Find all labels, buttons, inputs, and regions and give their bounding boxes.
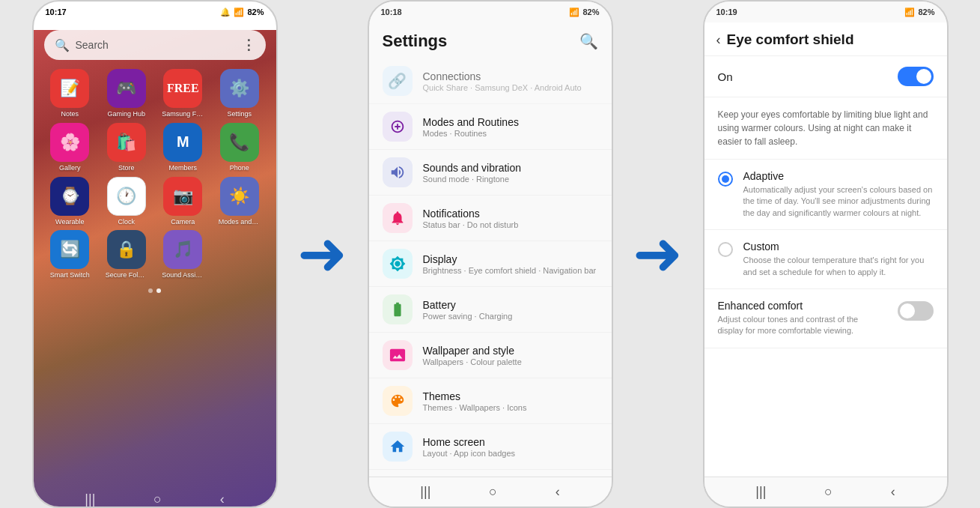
settings-search-icon[interactable]: 🔍: [579, 32, 598, 50]
themes-text: Themes Themes · Wallpapers · Icons: [423, 390, 598, 412]
home-background: 🔍 Search ⋮ 📝 Notes 🎮 Gaming Hub FREE Sam…: [34, 30, 276, 508]
app-icon-notes: 📝: [50, 69, 89, 108]
wallpaper-text: Wallpaper and style Wallpapers · Colour …: [423, 345, 598, 366]
signal-icon-1: 📶: [234, 7, 244, 17]
adaptive-radio[interactable]: [718, 172, 733, 187]
app-modes[interactable]: ☀️ Modes and Rout...: [213, 177, 266, 226]
app-clock[interactable]: 🕐 Clock: [100, 177, 153, 226]
nav-home-3[interactable]: ○: [824, 484, 833, 500]
app-label-wearable: Wearable: [55, 218, 84, 226]
eye-on-label: On: [718, 70, 733, 83]
eye-on-row: On: [704, 56, 947, 97]
settings-item-modes[interactable]: Modes and Routines Modes · Routines: [369, 104, 612, 150]
adaptive-desc: Automatically adjust your screen's colou…: [743, 184, 934, 219]
app-phone[interactable]: 📞 Phone: [213, 123, 266, 172]
custom-option[interactable]: Custom Choose the colour temperature tha…: [704, 230, 947, 289]
sound-icon: [383, 157, 413, 187]
settings-item-connections[interactable]: 🔗 Connections Quick Share · Samsung DeX …: [369, 58, 612, 104]
themes-title: Themes: [423, 390, 598, 402]
eye-on-toggle[interactable]: [898, 67, 934, 86]
arrow-2: ➜: [613, 224, 703, 284]
back-button[interactable]: ‹: [716, 32, 721, 48]
notif-icon: [383, 203, 413, 233]
homescreen-subtitle: Layout · App icon badges: [423, 449, 598, 458]
more-options-icon[interactable]: ⋮: [242, 37, 255, 53]
notif-title: Notifications: [423, 208, 598, 220]
app-settings[interactable]: ⚙️ Settings: [213, 69, 266, 118]
app-securefolder[interactable]: 🔒 Secure Folder: [100, 230, 153, 279]
enhanced-toggle[interactable]: [898, 301, 934, 321]
search-bar[interactable]: 🔍 Search ⋮: [44, 30, 266, 60]
app-label-soundassist: Sound Assistant: [162, 271, 204, 279]
app-notes[interactable]: 📝 Notes: [44, 69, 97, 118]
nav-bar-1: ||| ○ ‹: [34, 484, 276, 508]
settings-item-themes[interactable]: Themes Themes · Wallpapers · Icons: [369, 378, 612, 424]
settings-item-display[interactable]: Display Brightness · Eye comfort shield …: [369, 241, 612, 287]
battery-subtitle: Power saving · Charging: [423, 312, 598, 321]
app-smartswitch[interactable]: 🔄 Smart Switch: [44, 230, 97, 279]
app-label-notes: Notes: [61, 110, 79, 118]
adaptive-option[interactable]: Adaptive Automatically adjust your scree…: [704, 160, 947, 230]
notif-text: Notifications Status bar · Do not distur…: [423, 208, 598, 229]
nav-back-1[interactable]: ‹: [220, 492, 225, 507]
settings-item-notifications[interactable]: Notifications Status bar · Do not distur…: [369, 196, 612, 241]
settings-item-battery[interactable]: Battery Power saving · Charging: [369, 287, 612, 333]
custom-text: Custom Choose the colour temperature tha…: [743, 241, 934, 278]
modes-title: Modes and Routines: [423, 116, 598, 128]
app-members[interactable]: M Members: [157, 123, 210, 172]
nav-home-1[interactable]: ○: [153, 492, 162, 507]
eye-description: Keep your eyes comfortable by limiting b…: [704, 97, 947, 160]
app-icon-members: M: [163, 123, 202, 162]
notif-subtitle: Status bar · Do not disturb: [423, 220, 598, 229]
app-gallery[interactable]: 🌸 Gallery: [44, 123, 97, 172]
app-gaming-hub[interactable]: 🎮 Gaming Hub: [100, 69, 153, 118]
app-soundassist[interactable]: 🎵 Sound Assistant: [157, 230, 210, 279]
nav-home-2[interactable]: ○: [489, 484, 497, 500]
app-label-members: Members: [168, 164, 197, 172]
connections-icon: 🔗: [383, 66, 413, 96]
battery-2: 82%: [582, 7, 599, 16]
battery-icon: [383, 294, 413, 324]
app-label-gaming: Gaming Hub: [107, 110, 145, 118]
forward-arrow-1: ➜: [297, 224, 347, 284]
settings-item-sound[interactable]: Sounds and vibration Sound mode · Ringto…: [369, 150, 612, 196]
eye-header: ‹ Eye comfort shield: [704, 22, 947, 56]
app-icon-camera: 📷: [163, 177, 202, 216]
app-store[interactable]: 🛍️ Store: [100, 123, 153, 172]
app-icon-phone: 📞: [220, 123, 259, 162]
themes-icon: [383, 386, 413, 416]
app-grid: 📝 Notes 🎮 Gaming Hub FREE Samsung Free ⚙…: [34, 66, 276, 282]
app-icon-modes: ☀️: [220, 177, 259, 216]
sound-text: Sounds and vibration Sound mode · Ringto…: [423, 162, 598, 184]
app-icon-clock: 🕐: [107, 177, 146, 216]
settings-item-wallpaper[interactable]: Wallpaper and style Wallpapers · Colour …: [369, 333, 612, 378]
nav-back-3[interactable]: ‹: [891, 484, 895, 500]
app-label-camera: Camera: [171, 218, 195, 226]
status-icons-2: 📶 82%: [569, 7, 599, 17]
enhanced-title: Enhanced comfort: [718, 300, 883, 312]
wallpaper-subtitle: Wallpapers · Colour palette: [423, 357, 598, 366]
app-samsung-free[interactable]: FREE Samsung Free: [157, 69, 210, 118]
app-icon-securefolder: 🔒: [107, 230, 146, 269]
settings-header: Settings 🔍: [369, 22, 612, 58]
app-label-settings: Settings: [227, 110, 252, 118]
nav-menu-2[interactable]: |||: [420, 484, 430, 500]
page-dot-2: [156, 288, 161, 293]
nav-menu-3[interactable]: |||: [755, 484, 766, 500]
app-label-smartswitch: Smart Switch: [50, 271, 90, 279]
custom-radio[interactable]: [718, 242, 733, 257]
app-camera[interactable]: 📷 Camera: [157, 177, 210, 226]
custom-title: Custom: [743, 241, 934, 253]
battery-1: 82%: [247, 7, 264, 16]
app-wearable[interactable]: ⌚ Wearable: [44, 177, 97, 226]
eye-title: Eye comfort shield: [727, 31, 935, 48]
themes-subtitle: Themes · Wallpapers · Icons: [423, 403, 598, 412]
wallpaper-title: Wallpaper and style: [423, 345, 598, 357]
adaptive-text: Adaptive Automatically adjust your scree…: [743, 170, 934, 219]
eye-content: ‹ Eye comfort shield On Keep your eyes c…: [704, 22, 947, 477]
nav-menu-1[interactable]: |||: [85, 492, 95, 507]
homescreen-title: Home screen: [423, 436, 598, 448]
settings-item-homescreen[interactable]: Home screen Layout · App icon badges: [369, 424, 612, 470]
signal-icon-3: 📶: [904, 7, 915, 17]
nav-back-2[interactable]: ‹: [556, 484, 560, 500]
